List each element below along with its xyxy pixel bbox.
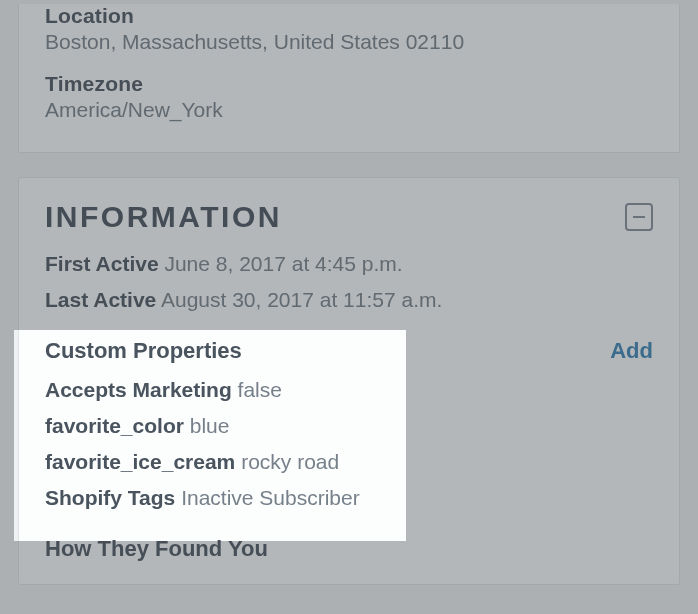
profile-card: Location Boston, Massachusetts, United S… — [18, 4, 680, 153]
location-label: Location — [45, 4, 653, 28]
timezone-field: Timezone America/New_York — [45, 72, 653, 122]
add-property-link[interactable]: Add — [610, 338, 653, 364]
last-active-label: Last Active — [45, 288, 156, 311]
property-row: favorite_ice_cream rocky road — [45, 450, 653, 474]
property-name: favorite_ice_cream — [45, 450, 235, 473]
first-active-line: First Active June 8, 2017 at 4:45 p.m. — [45, 252, 653, 276]
property-value: Inactive Subscriber — [181, 486, 360, 509]
property-row: favorite_color blue — [45, 414, 653, 438]
first-active-value: June 8, 2017 at 4:45 p.m. — [164, 252, 402, 275]
property-name: Shopify Tags — [45, 486, 175, 509]
first-active-label: First Active — [45, 252, 159, 275]
property-row: Shopify Tags Inactive Subscriber — [45, 486, 653, 510]
property-value: false — [238, 378, 282, 401]
location-value: Boston, Massachusetts, United States 021… — [45, 30, 653, 54]
property-name: Accepts Marketing — [45, 378, 232, 401]
information-header: INFORMATION — [45, 178, 653, 234]
property-row: Accepts Marketing false — [45, 378, 653, 402]
collapse-icon[interactable] — [625, 203, 653, 231]
timezone-value: America/New_York — [45, 98, 653, 122]
information-title: INFORMATION — [45, 200, 282, 234]
property-value: blue — [190, 414, 230, 437]
custom-properties-header: Custom Properties Add — [45, 338, 653, 364]
last-active-value: August 30, 2017 at 11:57 a.m. — [161, 288, 442, 311]
custom-properties-list: Accepts Marketing false favorite_color b… — [45, 378, 653, 510]
property-value: rocky road — [241, 450, 339, 473]
how-they-found-you-title: How They Found You — [45, 536, 653, 562]
timezone-label: Timezone — [45, 72, 653, 96]
custom-properties-title: Custom Properties — [45, 338, 242, 364]
property-name: favorite_color — [45, 414, 184, 437]
information-card: INFORMATION First Active June 8, 2017 at… — [18, 177, 680, 585]
last-active-line: Last Active August 30, 2017 at 11:57 a.m… — [45, 288, 653, 312]
location-field: Location Boston, Massachusetts, United S… — [45, 4, 653, 54]
